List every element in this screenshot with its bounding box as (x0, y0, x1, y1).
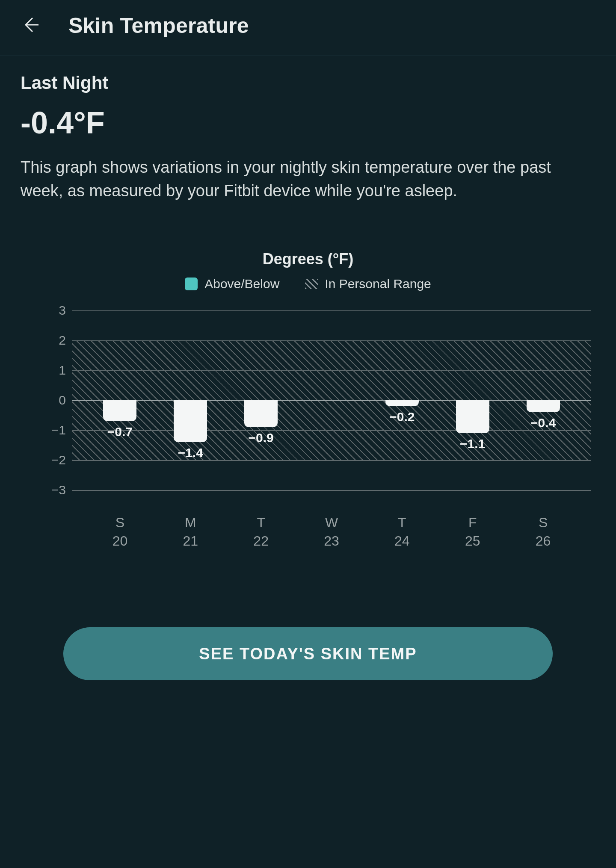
chart-y-tick: 2 (42, 333, 66, 348)
chart-description: This graph shows variations in your nigh… (21, 156, 560, 203)
chart-y-tick: 0 (42, 393, 66, 407)
chart-bar (456, 400, 489, 433)
chart-x-tick-day: T (226, 514, 296, 532)
chart-x-tick-day: S (508, 514, 578, 532)
chart-bar-column: −0.9 (226, 310, 296, 490)
chart-bar (174, 400, 207, 442)
legend-in-range-label: In Personal Range (325, 277, 431, 291)
chart-x-tick: M21 (155, 514, 226, 550)
chart-bar-column: −0.2 (367, 310, 437, 490)
chart-x-tick: S20 (85, 514, 155, 550)
chart-bar-column (296, 310, 367, 490)
chart-x-tick-date: 23 (296, 532, 367, 550)
chart-x-tick: S26 (508, 514, 578, 550)
page-title: Skin Temperature (68, 13, 249, 38)
chart-y-tick: −2 (42, 453, 66, 467)
chart-y-tick: −1 (42, 423, 66, 437)
chart-bar (103, 400, 136, 421)
legend-swatch-hatch-icon (305, 279, 318, 289)
chart-bars: −0.7−1.4−0.9−0.2−1.1−0.4 (72, 310, 591, 490)
chart-bar (244, 400, 278, 427)
chart-x-tick-date: 24 (367, 532, 437, 550)
chart-x-tick-day: S (85, 514, 155, 532)
chart-bar-label: −0.7 (107, 425, 133, 439)
chart-bar-label: −0.9 (249, 431, 274, 445)
chart-x-tick-day: W (296, 514, 367, 532)
legend-in-range: In Personal Range (305, 277, 431, 291)
chart-title: Degrees (°F) (21, 250, 595, 268)
chart-gridline (72, 490, 591, 491)
chart-x-tick-day: T (367, 514, 437, 532)
chart-x-tick-day: F (437, 514, 508, 532)
chart-x-tick-date: 26 (508, 532, 578, 550)
last-night-value: -0.4°F (21, 105, 595, 140)
chart-bar-column: −1.4 (155, 310, 226, 490)
legend-swatch-solid-icon (185, 278, 198, 290)
chart-bar-column: −0.7 (85, 310, 155, 490)
chart-bar-label: −0.2 (389, 410, 415, 424)
chart-x-tick: T24 (367, 514, 437, 550)
chart-x-tick-date: 25 (437, 532, 508, 550)
chart-y-tick: −3 (42, 483, 66, 497)
chart-bar-label: −1.4 (178, 446, 203, 460)
chart-x-tick: W23 (296, 514, 367, 550)
chart-legend: Above/Below In Personal Range (21, 277, 595, 291)
chart-x-tick: F25 (437, 514, 508, 550)
chart-plot-area: 3210−1−2−3−0.7−1.4−0.9−0.2−1.1−0.4 (72, 310, 591, 490)
back-button[interactable] (17, 12, 44, 39)
section-label-last-night: Last Night (21, 73, 595, 93)
chart-bar-label: −0.4 (530, 416, 556, 430)
chart-x-tick-date: 21 (155, 532, 226, 550)
chart-y-tick: 3 (42, 303, 66, 318)
chart-x-tick-date: 22 (226, 532, 296, 550)
arrow-left-icon (21, 15, 41, 37)
skin-temp-chart: Degrees (°F) Above/Below In Personal Ran… (21, 250, 595, 550)
see-todays-skin-temp-button[interactable]: SEE TODAY'S SKIN TEMP (63, 627, 553, 680)
chart-x-tick: T22 (226, 514, 296, 550)
legend-above-below-label: Above/Below (204, 277, 279, 291)
chart-bar-column: −0.4 (508, 310, 578, 490)
chart-bar-column: −1.1 (437, 310, 508, 490)
chart-bar (385, 400, 419, 406)
chart-x-axis: S20M21T22W23T24F25S26 (72, 490, 591, 550)
chart-x-tick-day: M (155, 514, 226, 532)
legend-above-below: Above/Below (185, 277, 279, 291)
chart-x-tick-date: 20 (85, 532, 155, 550)
chart-y-tick: 1 (42, 363, 66, 378)
chart-bar (527, 400, 560, 412)
chart-bar-label: −1.1 (460, 437, 485, 451)
